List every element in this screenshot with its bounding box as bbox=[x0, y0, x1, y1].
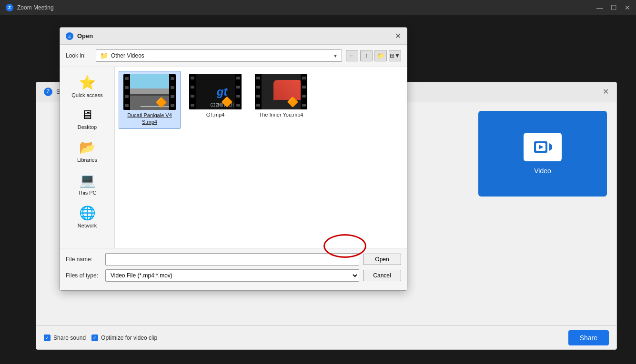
look-in-label: Look in: bbox=[66, 52, 92, 59]
file-thumb-gt: gt GIZMOTECH 🔶 bbox=[189, 74, 242, 109]
open-dialog-titlebar: Z Open ✕ bbox=[60, 28, 407, 45]
close-button[interactable]: ✕ bbox=[625, 4, 630, 11]
open-dialog: Z Open ✕ Look in: 📁 Other Videos ▼ ← ↑ 📁… bbox=[60, 27, 407, 291]
dialog-body: ⭐ Quick access 🖥 Desktop 📂 Libraries 💻 T… bbox=[60, 67, 407, 248]
nav-quick-access-label: Quick access bbox=[71, 92, 102, 98]
nav-desktop-label: Desktop bbox=[78, 124, 97, 130]
desktop-icon: 🖥 bbox=[81, 108, 93, 122]
cancel-button[interactable]: Cancel bbox=[363, 270, 401, 281]
file-item-gt[interactable]: gt GIZMOTECH 🔶 GT.mp4 bbox=[184, 71, 246, 129]
this-pc-icon: 💻 bbox=[79, 172, 96, 188]
toolbar-icons: ← ↑ 📁 ⊞▼ bbox=[346, 50, 401, 61]
video-panel-icon bbox=[524, 133, 562, 161]
nav-item-desktop[interactable]: 🖥 Desktop bbox=[60, 104, 114, 134]
look-in-value: Other Videos bbox=[111, 52, 330, 59]
folder-icon: 📁 bbox=[100, 52, 108, 59]
video-panel[interactable]: Video bbox=[478, 111, 607, 197]
file-name-inner-you: The Inner You.mp4 bbox=[259, 111, 303, 118]
network-icon: 🌐 bbox=[79, 205, 96, 221]
video-panel-label: Video bbox=[534, 167, 551, 175]
optimize-label: Optimize for video clip bbox=[101, 334, 157, 341]
share-sound-checkbox[interactable]: ✓ bbox=[44, 334, 50, 341]
file-area: 🔶 Ducati Panigale V4 S.mp4 bbox=[115, 67, 407, 248]
file-name-row: File name: Open bbox=[66, 253, 401, 266]
file-name-label: File name: bbox=[66, 256, 101, 263]
view-button[interactable]: ⊞▼ bbox=[389, 50, 401, 61]
main-content: Z Select a window or an application that… bbox=[0, 15, 636, 364]
nav-item-this-pc[interactable]: 💻 This PC bbox=[60, 168, 114, 199]
file-thumb-ducati: 🔶 bbox=[123, 74, 176, 110]
open-button[interactable]: Open bbox=[363, 254, 401, 265]
nav-item-network[interactable]: 🌐 Network bbox=[60, 201, 114, 232]
film-strip-right-ducati bbox=[169, 74, 176, 110]
title-bar: Z Zoom Meeting — ☐ ✕ bbox=[0, 0, 636, 15]
film-strip-right-gt bbox=[235, 74, 242, 109]
look-in-dropdown[interactable]: 📁 Other Videos ▼ bbox=[96, 49, 342, 62]
minimize-button[interactable]: — bbox=[596, 4, 603, 11]
files-of-type-label: Files of type: bbox=[66, 272, 101, 279]
film-strip-right-inner bbox=[301, 74, 307, 109]
share-button[interactable]: Share bbox=[568, 330, 609, 345]
zoom-share-icon: Z bbox=[44, 88, 52, 96]
dialog-bottom: File name: Open Files of type: Video Fil… bbox=[60, 248, 407, 290]
file-item-inner-you[interactable]: 🔶 The Inner You.mp4 bbox=[250, 71, 312, 129]
video-icon bbox=[533, 139, 552, 155]
zoom-share-close-button[interactable]: ✕ bbox=[603, 87, 609, 96]
file-type-row: Files of type: Video File (*.mp4;*.mov) … bbox=[66, 269, 401, 282]
optimize-checkbox[interactable]: ✓ bbox=[91, 334, 98, 341]
film-strip-left-inner bbox=[255, 74, 262, 109]
file-name-gt: GT.mp4 bbox=[206, 111, 225, 118]
window-controls[interactable]: — ☐ ✕ bbox=[596, 4, 630, 11]
look-in-row: Look in: 📁 Other Videos ▼ ← ↑ 📁 ⊞▼ bbox=[60, 45, 407, 67]
open-dialog-title: Open bbox=[77, 32, 93, 39]
file-item-ducati[interactable]: 🔶 Ducati Panigale V4 S.mp4 bbox=[119, 71, 181, 129]
files-of-type-select[interactable]: Video File (*.mp4;*.mov) bbox=[105, 269, 359, 282]
app-icon: Z bbox=[6, 4, 13, 11]
film-strip-left-ducati bbox=[123, 74, 130, 110]
vlc-cone-inner: 🔶 bbox=[287, 96, 299, 108]
quick-access-icon: ⭐ bbox=[79, 75, 96, 90]
file-name-input[interactable] bbox=[105, 253, 359, 266]
file-thumb-inner-you: 🔶 bbox=[255, 74, 307, 109]
new-folder-button[interactable]: 📁 bbox=[374, 50, 387, 61]
open-dialog-close-button[interactable]: ✕ bbox=[395, 31, 401, 40]
vlc-cone-gt: 🔶 bbox=[221, 96, 233, 108]
nav-item-libraries[interactable]: 📂 Libraries bbox=[60, 136, 114, 167]
share-sound-option[interactable]: ✓ Share sound bbox=[44, 334, 86, 341]
nav-libraries-label: Libraries bbox=[77, 157, 97, 163]
svg-marker-1 bbox=[549, 143, 552, 151]
dialog-nav: ⭐ Quick access 🖥 Desktop 📂 Libraries 💻 T… bbox=[60, 67, 115, 248]
nav-this-pc-label: This PC bbox=[78, 190, 96, 196]
share-sound-label: Share sound bbox=[53, 334, 86, 341]
nav-item-quick-access[interactable]: ⭐ Quick access bbox=[60, 71, 114, 102]
maximize-button[interactable]: ☐ bbox=[611, 4, 617, 11]
dropdown-arrow-icon: ▼ bbox=[333, 53, 338, 59]
back-button[interactable]: ← bbox=[346, 50, 358, 61]
up-button[interactable]: ↑ bbox=[360, 50, 373, 61]
vlc-cone-ducati: 🔶 bbox=[155, 97, 167, 108]
app-title: Zoom Meeting bbox=[17, 4, 54, 11]
optimize-option[interactable]: ✓ Optimize for video clip bbox=[91, 334, 157, 341]
film-strip-left-gt bbox=[189, 74, 196, 109]
open-dialog-icon: Z bbox=[66, 32, 73, 40]
nav-network-label: Network bbox=[78, 223, 97, 228]
file-name-ducati: Ducati Panigale V4 S.mp4 bbox=[122, 112, 177, 126]
libraries-icon: 📂 bbox=[79, 139, 96, 155]
bottom-bar: ✓ Share sound ✓ Optimize for video clip … bbox=[36, 325, 616, 349]
